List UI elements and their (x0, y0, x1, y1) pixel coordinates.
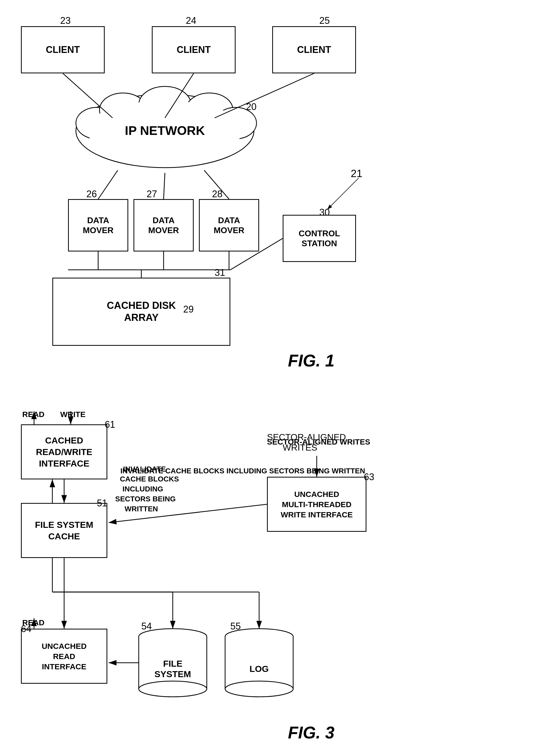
fig3-label: FIG. 3 (288, 723, 334, 742)
ref-30: 30 (319, 207, 330, 218)
svg-point-5 (76, 107, 118, 139)
data-mover-2: DATAMOVER (133, 199, 194, 252)
ref-54: 54 (141, 621, 152, 632)
client-box-3: CLIENT (272, 26, 356, 73)
client-label-3: CLIENT (297, 44, 331, 55)
ref-26: 26 (86, 189, 97, 199)
svg-text:WRITTEN: WRITTEN (125, 505, 158, 513)
svg-point-7 (139, 86, 191, 123)
client-label-2: CLIENT (177, 44, 211, 55)
data-mover-3: DATAMOVER (199, 199, 259, 252)
ref-31: 31 (215, 267, 225, 278)
ref-24: 24 (186, 15, 196, 26)
svg-text:CACHE BLOCKS: CACHE BLOCKS (120, 475, 179, 483)
read-label-2: READ (22, 618, 44, 627)
file-sys-cache-box: FILE SYSTEMCACHE (21, 503, 107, 558)
client-box-2: CLIENT (152, 26, 236, 73)
svg-point-8 (186, 93, 233, 127)
svg-text:20: 20 (246, 101, 257, 112)
svg-line-13 (63, 73, 113, 118)
svg-line-15 (215, 73, 314, 118)
cached-disk-array: CACHED DISKARRAY (52, 278, 230, 346)
svg-line-31 (109, 504, 267, 523)
ref-55: 55 (230, 621, 241, 632)
sector-aligned-label: SECTOR-ALIGNED WRITES (267, 438, 370, 446)
ref-27: 27 (147, 189, 157, 199)
svg-rect-48 (225, 637, 293, 689)
svg-rect-41 (139, 637, 207, 689)
ref-63: 63 (364, 471, 374, 483)
svg-text:LOG: LOG (249, 664, 269, 674)
read-label-1: READ (22, 410, 44, 419)
svg-point-4 (76, 94, 254, 167)
control-station: CONTROLSTATION (283, 215, 356, 262)
data-mover-1: DATAMOVER (68, 199, 128, 252)
svg-text:FILE: FILE (163, 658, 183, 669)
svg-line-25 (327, 178, 358, 210)
ref-28: 28 (212, 189, 222, 199)
svg-point-44 (139, 681, 207, 697)
client-box-1: CLIENT (21, 26, 105, 73)
cached-rw-box: CACHEDREAD/WRITEINTERFACE (21, 424, 107, 479)
ref-51: 51 (97, 498, 107, 509)
svg-line-14 (165, 73, 194, 118)
fig1-label: FIG. 1 (288, 351, 334, 370)
diagram-container: CLIENT CLIENT CLIENT 23 24 25 DATAMOVER … (0, 0, 535, 756)
uncached-read-box: UNCACHEDREADINTERFACE (21, 629, 107, 684)
svg-point-9 (215, 107, 257, 139)
uncached-mt-box: UNCACHEDMULTI-THREADEDWRITE INTERFACE (267, 477, 366, 532)
svg-text:SYSTEM: SYSTEM (155, 669, 191, 679)
write-label: WRITE (60, 410, 86, 419)
svg-line-16 (98, 170, 118, 199)
ref-21: 21 (351, 167, 362, 179)
ref-29: 29 (183, 304, 194, 315)
client-label-1: CLIENT (46, 44, 80, 55)
invalidate-label: INVALIDATE CACHE BLOCKS INCLUDING SECTOR… (120, 466, 365, 476)
svg-text:SECTORS BEING: SECTORS BEING (115, 495, 176, 503)
svg-text:INCLUDING: INCLUDING (123, 485, 163, 493)
svg-point-6 (99, 93, 147, 127)
svg-text:IP NETWORK: IP NETWORK (125, 124, 205, 137)
ref-25: 25 (319, 15, 330, 26)
svg-point-10 (86, 101, 243, 159)
ref-61: 61 (105, 419, 115, 430)
svg-line-17 (164, 173, 165, 199)
svg-point-51 (225, 681, 293, 697)
ref-23: 23 (60, 15, 71, 26)
